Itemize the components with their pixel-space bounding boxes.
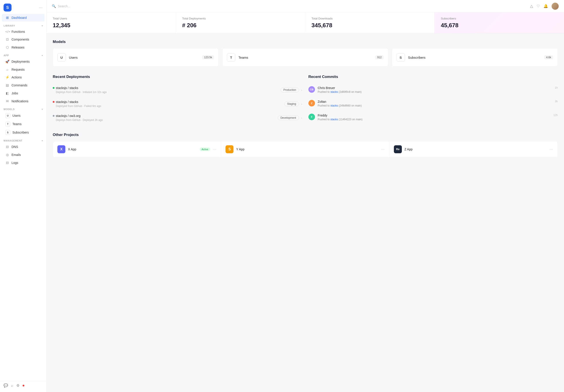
deployment-item[interactable]: stacksjs / ow3.org Deploys from GitHub ·… <box>53 111 302 125</box>
sidebar-header: S ··· <box>0 0 46 14</box>
status-dot-green <box>53 87 55 89</box>
chat-icon[interactable]: 💬 <box>3 383 8 388</box>
alert-icon[interactable]: △ <box>530 4 533 8</box>
deployment-meta: Deploys from GitHub · Deployed 3h ago <box>56 118 103 122</box>
sidebar-item-label: Deployments <box>12 60 30 63</box>
sidebar-section-management: Management ▾ <box>0 137 46 143</box>
sidebar-item-teams[interactable]: T Teams <box>2 120 44 128</box>
chevron-right-icon: › <box>301 88 302 92</box>
sidebar-item-deployments[interactable]: 🚀 Deployments <box>2 58 44 65</box>
sidebar-item-requests[interactable]: ⌕ Requests <box>2 66 44 73</box>
heart-icon[interactable]: ♡ <box>536 4 540 8</box>
commit-link[interactable]: stacks <box>330 104 338 107</box>
avatar-circle: CB <box>308 86 315 93</box>
sidebar-item-jobs[interactable]: ◧ Jobs <box>2 89 44 97</box>
project-item-x[interactable]: X X App Active ··· <box>53 141 221 157</box>
actions-icon: ⚡ <box>5 75 9 79</box>
bell-icon[interactable]: 🔔 <box>543 4 548 8</box>
stat-value: 45,678 <box>441 22 558 29</box>
project-icon-x: X <box>57 145 65 153</box>
app-logo[interactable]: S <box>3 3 12 12</box>
search-bar: 🔍 <box>52 4 527 8</box>
commit-author: Zoltan <box>318 100 552 103</box>
stat-subscribers: Subscribers 45,678 <box>435 12 564 33</box>
avatar-circle: Z <box>308 100 315 107</box>
stat-total-downloads: Total Downloads 345,678 <box>305 12 435 33</box>
notification-dot <box>23 385 24 386</box>
project-menu-dots[interactable]: ··· <box>381 147 385 151</box>
commit-avatar-2: F <box>308 114 315 120</box>
model-card-subscribers[interactable]: S Subscribers 4.6k <box>392 48 558 67</box>
commit-avatar-1: Z <box>308 100 315 107</box>
projects-grid: X X App Active ··· S Y App ··· Re Z App … <box>53 141 558 157</box>
commit-author: Chris Breuer <box>318 86 552 90</box>
commit-body: Zoltan Pushed to stacks (249df660 on mai… <box>318 100 552 107</box>
recent-commits: Recent Commits CB Chris Breuer Pushed to… <box>308 75 558 125</box>
commit-item: Z Zoltan Pushed to stacks (249df660 on m… <box>308 97 558 111</box>
project-menu-dots[interactable]: ··· <box>213 147 216 151</box>
recent-deployments: Recent Deployments stacksjs / stacks Dep… <box>53 75 302 125</box>
stat-value: 12,345 <box>53 22 169 29</box>
project-icon-y: S <box>226 145 234 153</box>
sidebar-item-notifications[interactable]: ✉ Notifications <box>2 98 44 105</box>
commit-link[interactable]: stacks <box>330 90 338 94</box>
sidebar-item-logs[interactable]: ⊟ Logs <box>2 159 44 167</box>
search-footer-icon[interactable]: ⌕ <box>11 384 13 388</box>
sidebar: S ··· ⊞ Dashboard Library ▾ </> Function… <box>0 0 46 392</box>
deployment-right: Staging › <box>284 101 302 106</box>
avatar-circle: F <box>308 114 315 120</box>
model-card-count: 4.6k <box>544 55 553 59</box>
sidebar-menu-icon[interactable]: ··· <box>39 5 43 10</box>
sidebar-item-subscribers[interactable]: S Subscribers <box>2 128 44 136</box>
deployment-right: Development › <box>278 115 302 120</box>
deployment-name: stacksjs / stacks <box>53 100 101 104</box>
sidebar-item-functions[interactable]: </> Functions <box>2 28 44 35</box>
other-projects-title: Other Projects <box>53 133 558 137</box>
model-card-teams[interactable]: T Teams 912 <box>222 48 388 67</box>
jobs-icon: ◧ <box>5 91 9 95</box>
project-item-y[interactable]: S Y App ··· <box>221 141 389 157</box>
project-badge: Active <box>200 148 210 151</box>
model-card-users[interactable]: U Users 123.5k <box>53 48 219 67</box>
sidebar-item-label: Actions <box>12 75 22 79</box>
settings-icon[interactable]: ⚙ <box>16 383 19 388</box>
sidebar-item-dashboard[interactable]: ⊞ Dashboard <box>2 14 44 21</box>
sidebar-item-releases[interactable]: ⬡ Releases <box>2 44 44 51</box>
status-dot-red <box>53 101 55 103</box>
commit-item: CB Chris Breuer Pushed to stacks (2d89f0… <box>308 83 558 97</box>
sidebar-item-label: Emails <box>12 153 21 156</box>
project-icon-z: Re <box>394 145 402 153</box>
stat-label: Total Downloads <box>311 17 428 20</box>
env-badge: Production <box>281 87 299 92</box>
users-letter: U <box>5 113 10 118</box>
sidebar-item-actions[interactable]: ⚡ Actions <box>2 73 44 81</box>
deployment-item[interactable]: stacksjs / stacks Deployed from GitHub ·… <box>53 97 302 111</box>
sidebar-item-label: Releases <box>12 46 24 49</box>
project-item-z[interactable]: Re Z App ··· <box>389 141 558 157</box>
model-letter-s: S <box>396 53 405 62</box>
deployment-name: stacksjs / stacks <box>53 86 107 90</box>
sidebar-item-emails[interactable]: ◎ Emails <box>2 151 44 159</box>
deployments-list: stacksjs / stacks Deploys from GitHub · … <box>53 83 302 125</box>
models-section-title: Models <box>53 40 558 44</box>
sidebar-item-components[interactable]: ⊡ Components <box>2 36 44 43</box>
sidebar-section-library: Library ▾ <box>0 22 46 28</box>
search-input[interactable] <box>58 4 527 8</box>
deployment-item[interactable]: stacksjs / stacks Deploys from GitHub · … <box>53 83 302 97</box>
commit-link[interactable]: stacks <box>330 118 338 121</box>
library-chevron: ▾ <box>42 25 43 27</box>
model-letter-u: U <box>57 53 66 62</box>
sidebar-item-dns[interactable]: ⊟ DNS <box>2 143 44 151</box>
commands-icon: ▤ <box>5 83 9 87</box>
deployments-icon: 🚀 <box>5 60 9 64</box>
sidebar-item-commands[interactable]: ▤ Commands <box>2 82 44 89</box>
sidebar-item-users[interactable]: U Users <box>2 112 44 120</box>
commit-desc: Pushed to stacks (2d89f0c8 on main) <box>318 90 552 94</box>
sidebar-item-label: Requests <box>12 68 25 71</box>
model-card-name: Subscribers <box>408 56 541 59</box>
user-avatar[interactable] <box>551 3 559 10</box>
commit-time: 12h <box>553 114 558 117</box>
commit-time: 1h <box>555 86 558 89</box>
project-menu-dots[interactable]: ··· <box>550 147 553 151</box>
model-letter-t: T <box>227 53 235 62</box>
